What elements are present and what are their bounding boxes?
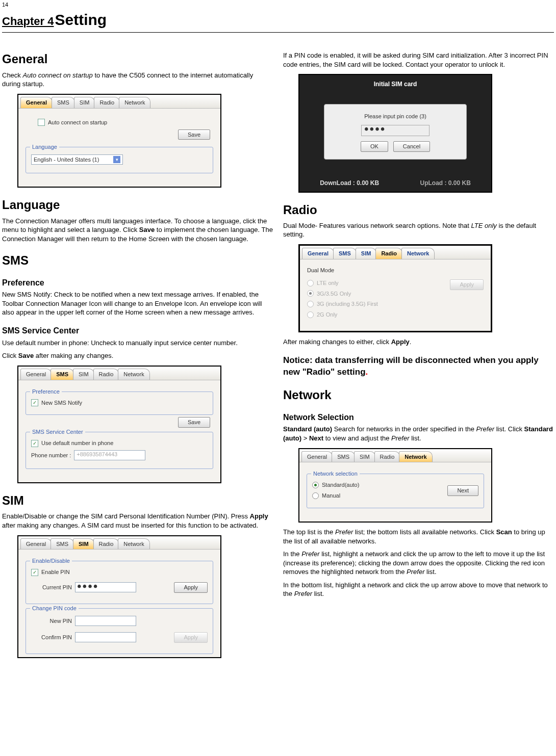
2g-only-label: 2G Only <box>317 311 337 319</box>
network-p2: The top list is the Prefer list; the bot… <box>283 528 554 545</box>
heading-language: Language <box>2 197 273 213</box>
checkbox-auto-connect[interactable] <box>38 119 45 126</box>
phone-number-field[interactable]: +886935874443 <box>74 450 145 460</box>
tab-sim[interactable]: SIM <box>356 248 377 259</box>
radio-notice: Notice: data transferring will be discon… <box>283 355 554 378</box>
language-select[interactable]: English - United States (1) ▾ <box>31 154 123 165</box>
screenshot-sms: General SMS SIM Radio Network Preference… <box>17 366 221 483</box>
upload-label: UpLoad : 0.00 KB <box>420 179 470 187</box>
tab-radio[interactable]: Radio <box>374 451 400 462</box>
page-number: 14 <box>0 0 556 10</box>
standard-auto-label: Standard(auto) <box>322 481 359 489</box>
auto-connect-label: Auto connect on startup <box>48 119 107 126</box>
radio-manual[interactable] <box>312 492 319 499</box>
screenshot-general: General SMS SIM Radio Network Auto conne… <box>17 94 221 188</box>
heading-sim: SIM <box>2 492 273 509</box>
tab-sms[interactable]: SMS <box>52 97 75 108</box>
radio-lte-only[interactable] <box>307 280 314 286</box>
network-p3: In the Prefer list, highlight a network … <box>283 550 554 577</box>
tab-radio[interactable]: Radio <box>375 248 402 259</box>
tab-general[interactable]: General <box>20 369 52 380</box>
checkbox-enable-pin[interactable]: ✓ <box>31 569 38 576</box>
apply-button-disabled: Apply <box>174 632 208 643</box>
tab-sms[interactable]: SMS <box>333 248 357 259</box>
radio-2g-only[interactable] <box>307 311 314 318</box>
current-pin-field[interactable]: ●●●● <box>75 582 136 592</box>
tab-general[interactable]: General <box>20 97 53 108</box>
tab-sim[interactable]: SIM <box>354 451 375 462</box>
tab-general[interactable]: General <box>301 451 333 462</box>
language-legend: Language <box>30 143 59 151</box>
left-column: General Check Auto connect on startup to… <box>2 42 273 658</box>
tab-sim[interactable]: SIM <box>73 369 94 380</box>
sms-svc-legend: SMS Service Center <box>30 428 85 436</box>
tab-sms[interactable]: SMS <box>50 538 74 550</box>
manual-label: Manual <box>322 492 340 500</box>
new-pin-field[interactable] <box>75 616 136 626</box>
screenshot-pin-dialog: Initial SIM card Please input pin code (… <box>298 74 492 192</box>
apply-button[interactable]: Apply <box>450 279 484 290</box>
tab-network[interactable]: Network <box>399 451 432 462</box>
lte-only-label: LTE only <box>317 279 339 287</box>
tab-network[interactable]: Network <box>118 538 149 550</box>
tab-network[interactable]: Network <box>118 369 149 380</box>
checkbox-use-default-number[interactable]: ✓ <box>31 440 38 447</box>
general-body: Check Auto connect on startup to have th… <box>2 71 273 89</box>
sms-svc-body1: Use default number in phone: Uncheck to … <box>2 338 273 348</box>
screenshot-radio: General SMS SIM Radio Network Dual Mode … <box>298 244 492 332</box>
tab-sim[interactable]: SIM <box>73 538 94 550</box>
current-pin-label: Current PIN <box>31 584 72 591</box>
radio-3g-first[interactable] <box>307 301 314 307</box>
heading-preference: Preference <box>2 277 273 289</box>
sms-svc-body2: Click Save after making any changes. <box>2 351 273 360</box>
tab-general[interactable]: General <box>20 538 52 550</box>
right-column: If a PIN code is enabled, it will be ask… <box>283 42 554 658</box>
3g-only-label: 3G/3.5G Only <box>317 290 351 298</box>
new-sms-notify-label: New SMS Notify <box>41 399 82 407</box>
radio-standard-auto[interactable] <box>312 482 319 488</box>
language-body: The Connection Manager offers multi lang… <box>2 217 273 244</box>
enable-pin-label: Enable PIN <box>41 568 70 576</box>
heading-network-selection: Network Selection <box>283 412 554 423</box>
heading-sms-service-center: SMS Service Center <box>2 325 273 336</box>
heading-radio: Radio <box>283 202 554 218</box>
save-button[interactable]: Save <box>178 129 210 140</box>
network-p4: In the bottom list, highlight a network … <box>283 581 554 598</box>
network-p1: Standard (auto) Search for networks in t… <box>283 425 554 442</box>
tab-radio[interactable]: Radio <box>93 369 119 380</box>
tab-radio[interactable]: Radio <box>94 97 120 108</box>
radio-body: Dual Mode- Features various network sear… <box>283 221 554 239</box>
heading-sms: SMS <box>2 252 273 269</box>
tab-sms[interactable]: SMS <box>332 451 355 462</box>
apply-button[interactable]: Apply <box>174 582 208 593</box>
tab-network[interactable]: Network <box>119 97 150 108</box>
cancel-button[interactable]: Cancel <box>393 141 430 152</box>
radio-3g-only[interactable] <box>307 290 314 297</box>
change-pin-legend: Change PIN code <box>30 605 79 612</box>
tab-sms[interactable]: SMS <box>50 369 74 380</box>
save-button[interactable]: Save <box>178 417 210 428</box>
tab-radio[interactable]: Radio <box>93 538 119 550</box>
initial-sim-header: Initial SIM card <box>299 75 491 88</box>
confirm-pin-field[interactable] <box>75 632 136 642</box>
ok-button[interactable]: OK <box>361 141 388 152</box>
pin-input[interactable]: ●●●● <box>361 125 429 136</box>
chapter-title: Setting <box>55 10 107 31</box>
radio-after: After making changes to either, click Ap… <box>283 337 554 347</box>
tab-sim[interactable]: SIM <box>74 97 95 108</box>
network-selection-legend: Network selection <box>311 470 360 478</box>
checkbox-new-sms-notify[interactable]: ✓ <box>31 399 38 406</box>
top-rule: Chapter 4 Setting <box>2 10 554 33</box>
heading-network: Network <box>283 387 554 403</box>
tab-general[interactable]: General <box>302 248 334 259</box>
pin-note: If a PIN code is enabled, it will be ask… <box>283 51 554 69</box>
sim-body: Enable/Disable or change the SIM card Pe… <box>2 512 273 530</box>
confirm-pin-label: Confirm PIN <box>31 634 72 641</box>
heading-general: General <box>2 51 273 67</box>
language-value: English - United States (1) <box>34 156 99 164</box>
next-button[interactable]: Next <box>447 485 478 496</box>
tab-network[interactable]: Network <box>401 248 435 259</box>
screenshot-sim: General SMS SIM Radio Network Enable/Dis… <box>17 535 221 659</box>
preference-body: New SMS Notify: Check to be notified whe… <box>2 290 273 317</box>
pin-dialog: Please input pin code (3) ●●●● OK Cancel <box>324 104 467 160</box>
